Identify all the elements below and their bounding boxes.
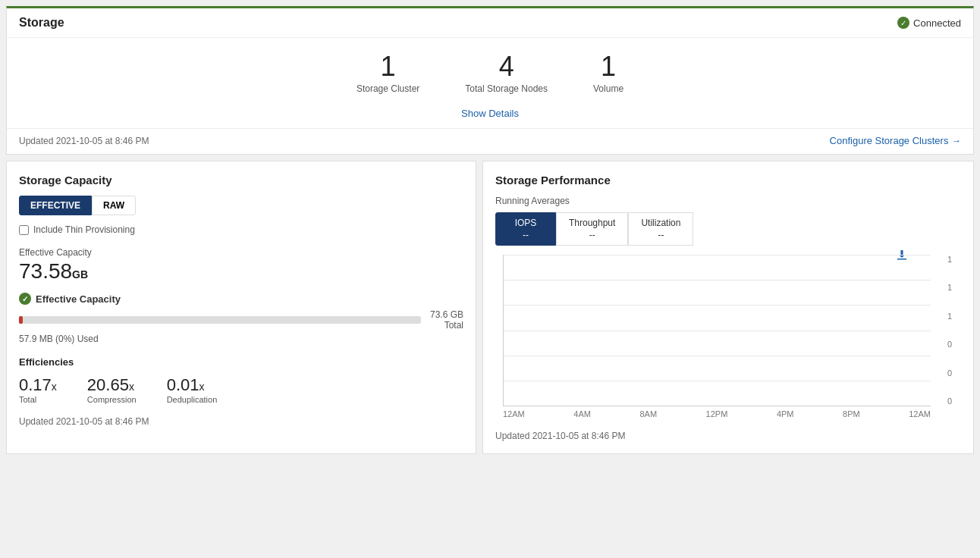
capacity-total-sublabel: Total — [444, 320, 463, 331]
eff-total-label: Total — [19, 395, 57, 404]
top-card-footer: Updated 2021-10-05 at 8:46 PM Configure … — [7, 128, 973, 154]
top-summary-card: Storage ✓ Connected 1 Storage Cluster 4 … — [6, 6, 974, 155]
total-nodes-count: 4 — [465, 53, 548, 80]
perf-tab-throughput[interactable]: Throughput -- — [556, 212, 628, 246]
capacity-used: 57.9 MB (0%) Used — [19, 334, 463, 344]
storage-capacity-title: Storage Capacity — [19, 174, 463, 187]
tab-raw[interactable]: RAW — [92, 196, 136, 215]
eff-cap-check-icon: ✓ — [19, 293, 31, 305]
performance-card-footer: Updated 2021-10-05 at 8:46 PM — [495, 431, 961, 441]
grid-line-3 — [504, 305, 931, 306]
grid-line-6 — [504, 381, 931, 381]
chart-y-labels: 1 1 1 0 0 0 — [947, 255, 952, 406]
eff-dedup-value: 0.01x — [167, 375, 218, 395]
capacity-label: Effective Capacity — [19, 247, 463, 258]
eff-total: 0.17x Total — [19, 375, 57, 404]
efficiencies-row: 0.17x Total 20.65x Compression 0.01x Ded… — [19, 375, 463, 404]
capacity-bar-container: 73.6 GB Total — [19, 309, 463, 331]
eff-comp-label: Compression — [87, 395, 137, 404]
perf-tab-iops-value: -- — [523, 230, 529, 240]
perf-tab-throughput-value: -- — [589, 230, 595, 240]
show-details-link[interactable]: Show Details — [461, 108, 519, 119]
grid-line-4 — [504, 331, 931, 331]
chart-wrapper: 1 1 1 0 0 0 12AM 4AM 8AM 12PM 4PM 8PM 12… — [495, 255, 931, 418]
eff-total-value: 0.17x — [19, 375, 57, 395]
app-container: Storage ✓ Connected 1 Storage Cluster 4 … — [0, 6, 980, 558]
storage-performance-card: Storage Performance Running Averages IOP… — [482, 161, 974, 454]
perf-tab-iops-label: IOPS — [515, 218, 537, 228]
capacity-number: 73.58 — [19, 259, 72, 283]
tab-effective[interactable]: EFFECTIVE — [19, 196, 92, 215]
eff-cap-label: Effective Capacity — [36, 293, 121, 305]
summary-updated-text: Updated 2021-10-05 at 8:46 PM — [19, 136, 149, 146]
perf-tabs: IOPS -- Throughput -- Utilization -- — [495, 212, 961, 246]
storage-capacity-card: Storage Capacity EFFECTIVE RAW Include T… — [6, 161, 476, 454]
eff-cap-header: ✓ Effective Capacity — [19, 293, 463, 305]
capacity-value: 73.58GB — [19, 259, 463, 284]
thin-provisioning-checkbox[interactable] — [19, 225, 29, 235]
volume-count: 1 — [593, 53, 623, 80]
efficiencies-title: Efficiencies — [19, 356, 463, 368]
connection-status-label: Connected — [913, 17, 961, 29]
grid-line-5 — [504, 356, 931, 356]
perf-tab-iops[interactable]: IOPS -- — [495, 212, 556, 246]
storage-cluster-label: Storage Cluster — [357, 83, 419, 94]
eff-deduplication: 0.01x Deduplication — [167, 375, 218, 404]
performance-updated-text: Updated 2021-10-05 at 8:46 PM — [495, 431, 625, 441]
configure-storage-clusters-link[interactable]: Configure Storage Clusters → — [830, 135, 961, 146]
grid-line-2 — [504, 280, 931, 281]
thin-provisioning-label: Include Thin Provisioning — [33, 224, 135, 235]
eff-compression: 20.65x Compression — [87, 375, 137, 404]
bottom-row: Storage Capacity EFFECTIVE RAW Include T… — [6, 161, 974, 454]
volume-stat: 1 Volume — [593, 53, 623, 94]
storage-cluster-stat: 1 Storage Cluster — [357, 53, 419, 94]
perf-tab-throughput-label: Throughput — [569, 218, 615, 228]
perf-tab-utilization-value: -- — [658, 230, 664, 240]
running-avg-label: Running Averages — [495, 196, 961, 206]
stats-row: 1 Storage Cluster 4 Total Storage Nodes … — [7, 38, 973, 102]
show-details-section: Show Details — [7, 102, 973, 125]
capacity-total-label: 73.6 GB Total — [430, 309, 463, 331]
total-nodes-label: Total Storage Nodes — [465, 83, 548, 94]
connected-icon: ✓ — [897, 17, 909, 29]
perf-tab-utilization-label: Utilization — [641, 218, 680, 228]
connection-status-badge: ✓ Connected — [897, 17, 961, 29]
volume-label: Volume — [593, 83, 623, 94]
capacity-tabs: EFFECTIVE RAW — [19, 196, 463, 215]
eff-dedup-label: Deduplication — [167, 395, 218, 404]
chart-area: 1 1 1 0 0 0 — [503, 255, 931, 406]
perf-tab-utilization[interactable]: Utilization -- — [628, 212, 693, 246]
capacity-bar-fill — [19, 316, 23, 324]
capacity-unit: GB — [72, 268, 88, 281]
capacity-bar-wrap — [19, 316, 421, 324]
thin-provisioning-row: Include Thin Provisioning — [19, 224, 463, 235]
app-title: Storage — [19, 16, 64, 30]
capacity-card-footer: Updated 2021-10-05 at 8:46 PM — [19, 416, 463, 427]
chart-x-labels: 12AM 4AM 8AM 12PM 4PM 8PM 12AM — [503, 409, 931, 418]
capacity-total-value: 73.6 GB — [430, 309, 463, 320]
total-nodes-stat: 4 Total Storage Nodes — [465, 53, 548, 94]
eff-comp-value: 20.65x — [87, 375, 137, 395]
top-card-header: Storage ✓ Connected — [7, 8, 973, 38]
storage-cluster-count: 1 — [357, 53, 419, 80]
capacity-updated-text: Updated 2021-10-05 at 8:46 PM — [19, 416, 149, 427]
grid-line-1 — [504, 255, 931, 255]
performance-title: Storage Performance — [495, 174, 961, 187]
